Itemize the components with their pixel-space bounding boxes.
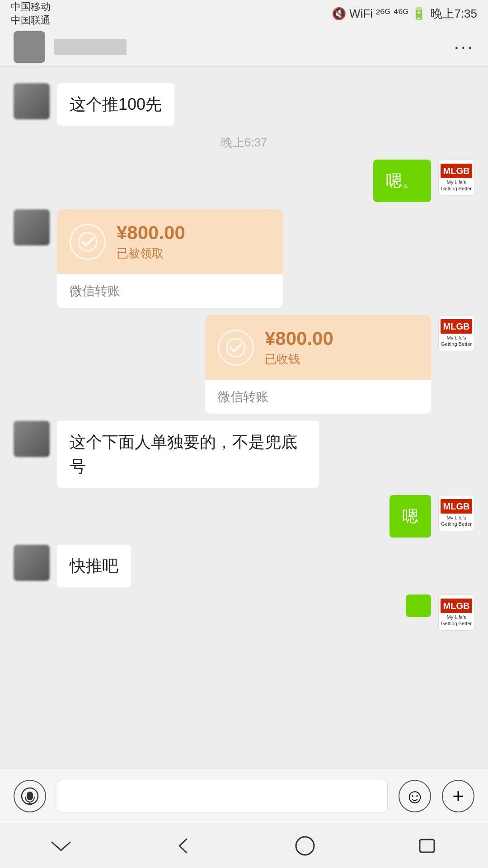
transfer-status: 已被领取 xyxy=(117,245,185,261)
transfer-body: ¥800.00 已收钱 xyxy=(205,315,431,380)
add-button[interactable]: + xyxy=(442,780,474,812)
emoji-icon: ☺ xyxy=(405,785,425,807)
message-input[interactable] xyxy=(57,780,388,812)
svg-point-5 xyxy=(296,837,314,855)
mlgb-sub-text: My Life's Getting Better xyxy=(441,515,472,527)
sender-avatar xyxy=(14,209,50,245)
carrier-info: 中国移动 中国联通 xyxy=(11,0,51,27)
message-text: 这个下面人单独要的，不是兜底号 xyxy=(70,433,297,476)
message-row: MLGB My Life's Getting Better xyxy=(14,594,474,631)
message-row: 这个下面人单独要的，不是兜底号 xyxy=(14,421,474,488)
carrier2: 中国联通 xyxy=(11,14,51,27)
transfer-body: ¥800.00 已被领取 xyxy=(57,209,283,274)
bubble-wrapper: 快推吧 xyxy=(57,545,131,587)
mlgb-sub-text: My Life's Getting Better xyxy=(441,614,472,626)
check-circle xyxy=(70,224,106,260)
message-bubble: 这个推100先 xyxy=(57,83,174,126)
mlgb-sub-text: My Life's Getting Better xyxy=(441,335,472,347)
more-button[interactable]: ··· xyxy=(454,37,474,57)
bubble-wrapper xyxy=(406,594,431,617)
transfer-amount: ¥800.00 xyxy=(117,222,185,244)
system-nav-bar xyxy=(0,823,488,868)
transfer-status: 已收钱 xyxy=(265,351,333,367)
transfer-card-right: ¥800.00 已收钱 微信转账 xyxy=(205,315,431,414)
bubble-wrapper: 这个推100先 xyxy=(57,83,174,126)
message-row: MLGB My Life's Getting Better 嗯 xyxy=(14,495,474,538)
mlgb-logo-text: MLGB xyxy=(441,499,473,514)
message-row: 快推吧 xyxy=(14,545,474,587)
transfer-footer: 微信转账 xyxy=(205,380,431,414)
mlgb-logo-text: MLGB xyxy=(441,164,473,178)
message-row: MLGB My Life's Getting Better ¥800.00 已收… xyxy=(14,315,474,414)
message-bubble: 快推吧 xyxy=(57,545,131,587)
bubble-wrapper: 这个下面人单独要的，不是兜底号 xyxy=(57,421,319,488)
message-row: 这个推100先 xyxy=(14,83,474,126)
sender-avatar xyxy=(14,545,50,581)
mlgb-sub-text: My Life's Getting Better xyxy=(441,179,472,191)
message-bubble-green: 嗯。 xyxy=(373,160,431,202)
nav-recent-button[interactable] xyxy=(409,832,445,859)
clock: 晚上7:35 xyxy=(431,6,477,22)
message-text: 快推吧 xyxy=(70,557,118,575)
message-bubble-green: 嗯 xyxy=(389,495,431,538)
contact-name-blurred xyxy=(54,39,127,55)
signal-icons: 🔇 WiFi ²⁶ᴳ ⁴⁶ᴳ 🔋 xyxy=(332,7,427,21)
message-bubble-partial xyxy=(406,594,431,617)
message-text: 这个推100先 xyxy=(70,95,162,113)
transfer-info: ¥800.00 已收钱 xyxy=(265,328,333,367)
sender-avatar xyxy=(14,83,50,119)
input-area: ☺ + xyxy=(0,769,488,823)
transfer-card: ¥800.00 已被领取 微信转账 xyxy=(57,209,283,308)
nav-bar: ··· xyxy=(0,27,488,67)
status-icons: 🔇 WiFi ²⁶ᴳ ⁴⁶ᴳ 🔋 晚上7:35 xyxy=(332,6,477,22)
bubble-wrapper: 嗯。 xyxy=(373,160,431,202)
check-circle xyxy=(218,330,254,366)
emoji-button[interactable]: ☺ xyxy=(399,780,431,812)
svg-rect-6 xyxy=(420,840,434,852)
my-avatar: MLGB My Life's Getting Better xyxy=(438,315,474,351)
message-bubble: 这个下面人单独要的，不是兜底号 xyxy=(57,421,319,488)
nav-home-button[interactable] xyxy=(287,832,323,859)
message-text: 嗯。 xyxy=(386,171,418,190)
chat-area: 这个推100先 晚上6:37 MLGB My Life's Getting Be… xyxy=(0,67,488,769)
message-text: 嗯 xyxy=(402,507,418,525)
carrier1: 中国移动 xyxy=(11,0,51,14)
nav-down-button[interactable] xyxy=(43,832,79,859)
sender-avatar xyxy=(14,421,50,457)
transfer-amount: ¥800.00 xyxy=(265,328,333,349)
timestamp: 晚上6:37 xyxy=(0,135,488,151)
transfer-footer: 微信转账 xyxy=(57,274,283,308)
nav-back-button[interactable] xyxy=(165,832,201,859)
my-avatar: MLGB My Life's Getting Better xyxy=(438,160,474,196)
plus-icon: + xyxy=(452,785,464,807)
bubble-wrapper: 嗯 xyxy=(389,495,431,538)
status-bar: 中国移动 中国联通 🔇 WiFi ²⁶ᴳ ⁴⁶ᴳ 🔋 晚上7:35 xyxy=(0,0,488,27)
message-row: ¥800.00 已被领取 微信转账 xyxy=(14,209,474,308)
contact-avatar xyxy=(14,31,45,63)
voice-button[interactable] xyxy=(14,780,46,812)
my-avatar: MLGB My Life's Getting Better xyxy=(438,495,474,531)
message-row: MLGB My Life's Getting Better 嗯。 xyxy=(14,160,474,202)
mlgb-logo-text: MLGB xyxy=(441,599,473,613)
my-avatar: MLGB My Life's Getting Better xyxy=(438,594,474,631)
transfer-info: ¥800.00 已被领取 xyxy=(117,222,185,261)
mlgb-logo-text: MLGB xyxy=(441,319,473,334)
